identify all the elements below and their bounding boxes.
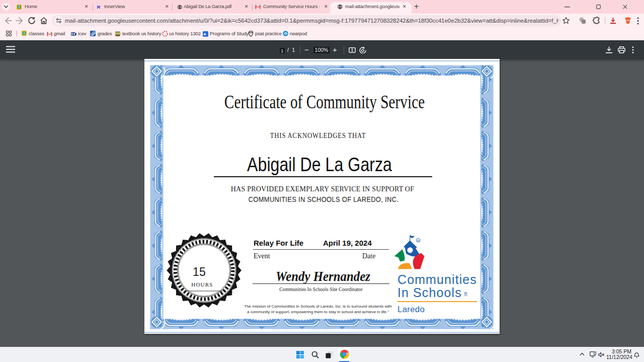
svg-text:HOURS: HOURS: [191, 281, 213, 287]
svg-text:R: R: [417, 239, 420, 242]
svg-text:15: 15: [193, 265, 206, 278]
